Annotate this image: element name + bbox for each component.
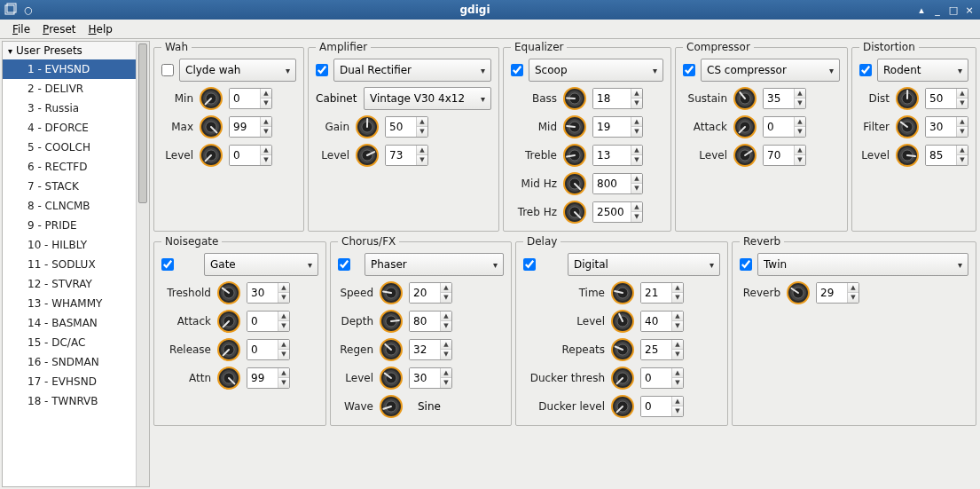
fx-type-combo[interactable]: Phaser xyxy=(365,253,504,276)
spin-up[interactable]: ▲ xyxy=(261,89,271,99)
spin-up[interactable]: ▲ xyxy=(631,174,642,184)
spin-down[interactable]: ▼ xyxy=(278,293,289,303)
spin-down[interactable]: ▼ xyxy=(441,378,451,388)
dly-4-knob[interactable] xyxy=(611,395,634,418)
spin-up[interactable]: ▲ xyxy=(261,146,271,155)
spin-up[interactable]: ▲ xyxy=(672,283,683,293)
dly-0-knob[interactable] xyxy=(611,281,634,304)
eq-1-input[interactable] xyxy=(593,117,631,137)
spin-down[interactable]: ▼ xyxy=(795,99,805,108)
preset-item[interactable]: 13 - WHAMMY xyxy=(3,294,136,313)
eq-2-knob[interactable] xyxy=(563,144,586,167)
preset-item[interactable]: 11 - SODLUX xyxy=(3,255,136,274)
rollup-button[interactable]: ▴ xyxy=(914,3,929,17)
eq-enable-checkbox[interactable] xyxy=(511,64,523,76)
spin-down[interactable]: ▼ xyxy=(261,99,271,108)
comp-2-input[interactable] xyxy=(764,146,794,165)
dly-type-combo[interactable]: Digital xyxy=(568,253,720,276)
preset-item[interactable]: 15 - DC/AC xyxy=(3,333,136,352)
spin-down[interactable]: ▼ xyxy=(278,350,289,359)
ng-3-knob[interactable] xyxy=(217,367,240,390)
amp-0-knob[interactable] xyxy=(356,115,379,138)
spin-up[interactable]: ▲ xyxy=(631,146,642,155)
ng-2-input[interactable] xyxy=(247,340,278,359)
ng-3-input[interactable] xyxy=(247,368,278,388)
preset-item[interactable]: 2 - DELIVR xyxy=(3,79,136,99)
comp-1-input[interactable] xyxy=(764,117,794,137)
spin-up[interactable]: ▲ xyxy=(261,117,271,127)
spin-up[interactable]: ▲ xyxy=(957,146,968,155)
ng-1-knob[interactable] xyxy=(217,310,240,333)
amp-1-knob[interactable] xyxy=(356,144,379,167)
eq-3-input[interactable] xyxy=(593,174,631,193)
spin-down[interactable]: ▼ xyxy=(441,350,451,359)
wah-0-input[interactable] xyxy=(230,89,260,108)
spin-up[interactable]: ▲ xyxy=(441,340,451,350)
wah-2-input[interactable] xyxy=(230,146,260,165)
dly-1-input[interactable] xyxy=(641,312,671,331)
dly-1-spinbox[interactable]: ▲▼ xyxy=(640,311,684,332)
wah-0-knob[interactable] xyxy=(200,87,223,110)
rev-0-knob[interactable] xyxy=(787,281,810,304)
spin-down[interactable]: ▼ xyxy=(278,378,289,388)
wah-0-spinbox[interactable]: ▲▼ xyxy=(229,88,272,109)
wah-1-input[interactable] xyxy=(230,117,260,137)
spin-up[interactable]: ▲ xyxy=(672,397,683,406)
spin-up[interactable]: ▲ xyxy=(441,312,451,321)
maximize-button[interactable]: □ xyxy=(946,3,960,17)
spin-up[interactable]: ▲ xyxy=(278,283,289,293)
menu-preset[interactable]: Preset xyxy=(37,21,81,37)
spin-down[interactable]: ▼ xyxy=(957,127,968,137)
dly-0-spinbox[interactable]: ▲▼ xyxy=(640,282,684,304)
preset-item[interactable]: 5 - COOLCH xyxy=(3,138,136,157)
preset-item[interactable]: 10 - HILBLY xyxy=(3,235,136,255)
spin-up[interactable]: ▲ xyxy=(795,146,805,155)
preset-item[interactable]: 7 - STACK xyxy=(3,177,136,196)
dist-1-spinbox[interactable]: ▲▼ xyxy=(925,116,968,138)
dly-enable-checkbox[interactable] xyxy=(523,258,536,271)
preset-item[interactable]: 4 - DFORCE xyxy=(3,118,136,138)
ng-type-combo[interactable]: Gate xyxy=(204,253,318,276)
wah-2-knob[interactable] xyxy=(200,144,223,167)
spin-down[interactable]: ▼ xyxy=(672,350,683,359)
comp-type-combo[interactable]: CS compressor xyxy=(701,59,840,82)
fx-1-input[interactable] xyxy=(410,312,440,331)
dist-2-spinbox[interactable]: ▲▼ xyxy=(925,145,968,166)
eq-4-knob[interactable] xyxy=(563,201,586,224)
spin-down[interactable]: ▼ xyxy=(631,184,642,193)
preset-group-header[interactable]: ▾ User Presets xyxy=(3,42,136,59)
spin-up[interactable]: ▲ xyxy=(957,89,968,99)
dly-4-spinbox[interactable]: ▲▼ xyxy=(640,396,684,417)
spin-down[interactable]: ▼ xyxy=(672,378,683,388)
eq-0-knob[interactable] xyxy=(563,87,586,110)
rev-type-combo[interactable]: Twin xyxy=(757,253,968,276)
dly-3-knob[interactable] xyxy=(611,367,634,390)
eq-0-spinbox[interactable]: ▲▼ xyxy=(592,88,643,109)
spin-down[interactable]: ▼ xyxy=(848,293,858,303)
spin-down[interactable]: ▼ xyxy=(261,155,271,165)
dist-enable-checkbox[interactable] xyxy=(859,64,872,76)
preset-item[interactable]: 16 - SNDMAN xyxy=(3,352,136,372)
minimize-button[interactable]: _ xyxy=(930,3,945,17)
spin-up[interactable]: ▲ xyxy=(957,117,968,127)
menu-help[interactable]: Help xyxy=(83,21,118,37)
spin-up[interactable]: ▲ xyxy=(631,89,642,99)
close-button[interactable]: × xyxy=(962,3,976,17)
fx-enable-checkbox[interactable] xyxy=(338,258,350,271)
dly-2-input[interactable] xyxy=(641,340,671,359)
spin-down[interactable]: ▼ xyxy=(631,212,642,222)
eq-4-input[interactable] xyxy=(593,202,631,222)
dist-0-spinbox[interactable]: ▲▼ xyxy=(925,88,968,109)
wah-2-spinbox[interactable]: ▲▼ xyxy=(229,145,272,166)
comp-1-spinbox[interactable]: ▲▼ xyxy=(763,116,806,138)
fx-wave-knob[interactable] xyxy=(380,395,403,418)
spin-down[interactable]: ▼ xyxy=(417,155,427,165)
dly-3-spinbox[interactable]: ▲▼ xyxy=(640,367,684,389)
spin-down[interactable]: ▼ xyxy=(631,155,642,165)
wah-enable-checkbox[interactable] xyxy=(161,64,174,76)
spin-down[interactable]: ▼ xyxy=(631,99,642,108)
fx-1-knob[interactable] xyxy=(380,310,403,333)
spin-down[interactable]: ▼ xyxy=(957,155,968,165)
spin-up[interactable]: ▲ xyxy=(848,283,858,293)
amp-0-spinbox[interactable]: ▲▼ xyxy=(385,116,428,138)
